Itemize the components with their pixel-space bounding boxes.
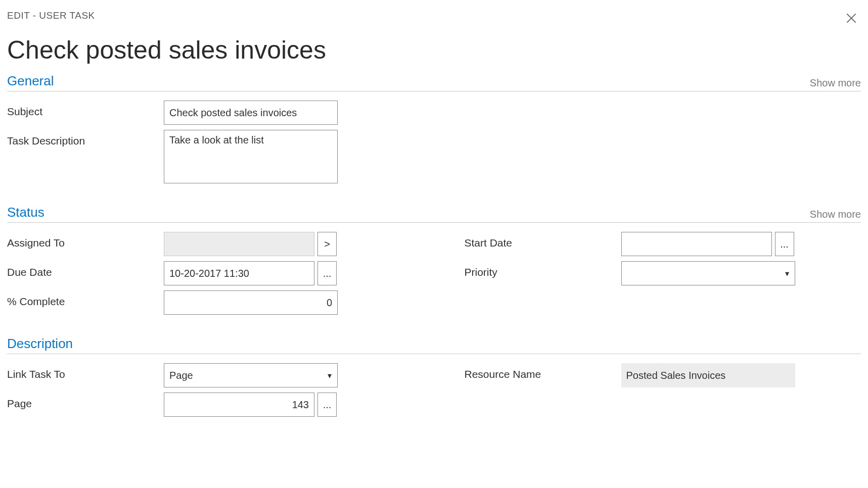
label-percent-complete: % Complete [7,290,164,308]
subject-input[interactable] [164,101,338,125]
priority-select[interactable] [621,261,795,285]
page-title: Check posted sales invoices [7,36,861,64]
due-date-input[interactable] [164,261,314,285]
label-resource-name: Resource Name [465,363,621,380]
assigned-to-lookup-button[interactable]: > [317,232,337,256]
section-title-general[interactable]: General [7,73,54,89]
label-due-date: Due Date [7,261,164,278]
show-more-general[interactable]: Show more [810,77,861,89]
page-input[interactable] [164,393,314,417]
label-page: Page [7,393,164,410]
start-date-input[interactable] [621,232,772,256]
label-start-date: Start Date [465,232,621,249]
due-date-picker-button[interactable]: ... [317,261,337,285]
link-task-to-select[interactable]: Page [164,363,338,387]
start-date-picker-button[interactable]: ... [775,232,794,256]
section-description: Description Link Task To Page Page [7,336,861,422]
label-link-task-to: Link Task To [7,363,164,380]
label-task-description: Task Description [7,130,164,147]
section-title-description[interactable]: Description [7,336,73,352]
page-lookup-button[interactable]: ... [317,393,337,417]
breadcrumb: EDIT - USER TASK [7,10,95,21]
show-more-status[interactable]: Show more [810,209,861,220]
close-icon[interactable] [842,10,861,27]
label-priority: Priority [465,261,621,278]
label-assigned-to: Assigned To [7,232,164,249]
section-title-status[interactable]: Status [7,205,44,220]
label-subject: Subject [7,101,164,118]
section-status: Status Show more Assigned To > Due Date … [7,205,861,320]
percent-complete-input[interactable] [164,290,338,315]
section-general: General Show more Subject Task Descripti… [7,73,861,188]
assigned-to-input[interactable] [164,232,314,256]
resource-name-value: Posted Sales Invoices [621,363,795,387]
task-description-input[interactable]: Take a look at the list [164,130,338,183]
